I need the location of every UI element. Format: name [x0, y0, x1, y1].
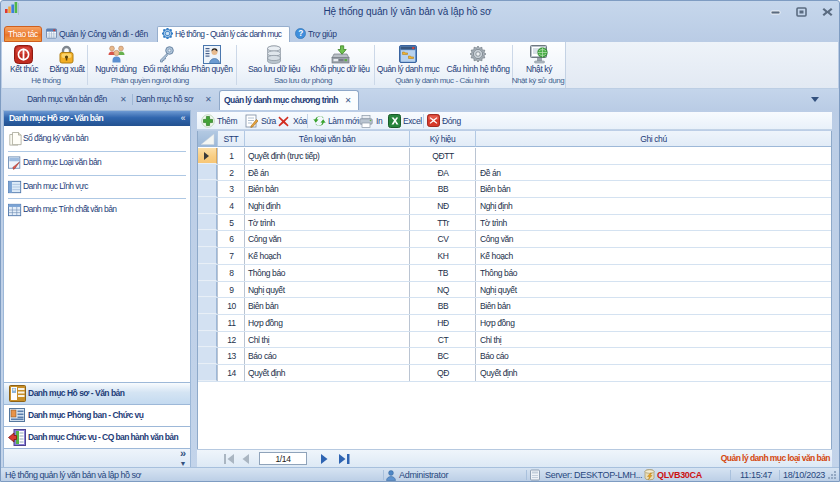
svg-text:?: ? [298, 29, 303, 38]
